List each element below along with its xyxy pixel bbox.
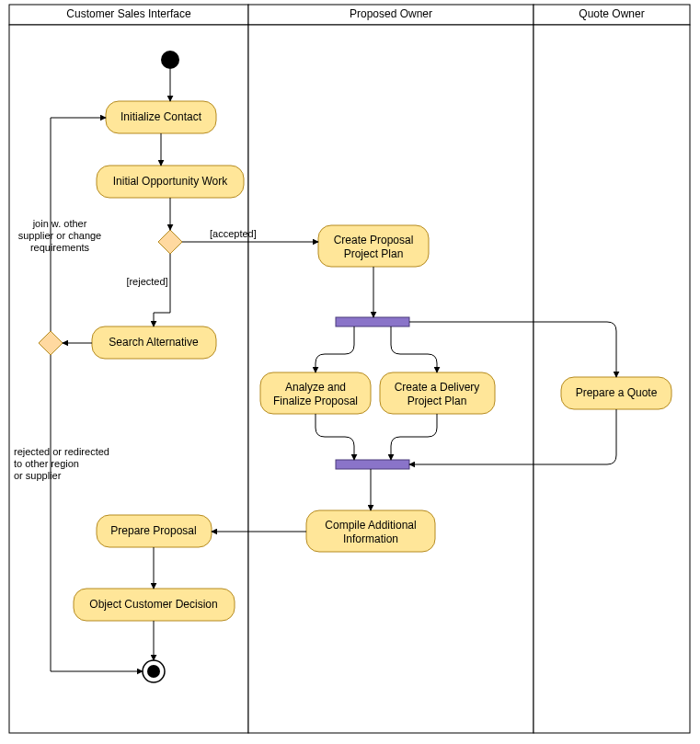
label-join-l3: requirements (30, 242, 90, 253)
svg-text:Search Alternative: Search Alternative (109, 336, 199, 349)
label-redirect-l3: or supplier (14, 470, 62, 481)
activity-analyze-finalize-proposal: Analyze and Finalize Proposal (260, 372, 371, 414)
svg-text:Prepare Proposal: Prepare Proposal (110, 524, 196, 537)
svg-text:Compile Additional: Compile Additional (325, 519, 416, 532)
lane-title-quote-owner: Quote Owner (579, 7, 644, 20)
svg-text:Analyze and: Analyze and (285, 381, 346, 394)
activity-object-customer-decision: Object Customer Decision (74, 589, 235, 621)
svg-text:Initialize Contact: Initialize Contact (120, 110, 202, 123)
fork-bar (336, 317, 409, 326)
label-redirect-l2: to other region (14, 458, 79, 469)
label-rejected: [rejected] (126, 276, 167, 287)
svg-text:Project Plan: Project Plan (407, 395, 467, 407)
svg-text:Prepare a Quote: Prepare a Quote (576, 386, 658, 399)
activity-create-delivery-plan: Create a Delivery Project Plan (380, 372, 495, 414)
svg-text:Create a Delivery: Create a Delivery (395, 381, 480, 394)
svg-text:Information: Information (343, 532, 398, 545)
activity-initialize-contact: Initialize Contact (106, 101, 216, 133)
activity-initial-opportunity-work: Initial Opportunity Work (97, 166, 244, 198)
activity-search-alternative: Search Alternative (92, 326, 216, 359)
join-bar (336, 460, 409, 469)
activity-diagram: Customer Sales Interface Proposed Owner … (0, 0, 700, 744)
svg-text:Object Customer Decision: Object Customer Decision (89, 598, 217, 611)
label-join-l1: join w. other (32, 218, 87, 229)
label-accepted: [accepted] (210, 228, 257, 239)
activity-prepare-proposal: Prepare Proposal (97, 515, 212, 547)
activity-prepare-quote: Prepare a Quote (561, 377, 671, 409)
svg-point-27 (147, 665, 160, 678)
initial-node (161, 51, 179, 69)
activity-create-proposal-plan: Create Proposal Project Plan (318, 225, 429, 267)
final-node (143, 660, 165, 682)
svg-text:Create Proposal: Create Proposal (334, 234, 414, 246)
label-join-l2: supplier or change (18, 230, 102, 241)
activity-compile-additional-info: Compile Additional Information (306, 510, 435, 552)
svg-text:Project Plan: Project Plan (344, 247, 404, 260)
svg-text:Initial Opportunity Work: Initial Opportunity Work (113, 175, 228, 188)
label-redirect-l1: rejected or redirected (14, 446, 109, 457)
lane-title-proposed-owner: Proposed Owner (350, 7, 432, 20)
svg-text:Finalize Proposal: Finalize Proposal (273, 395, 358, 407)
lane-title-customer-sales: Customer Sales Interface (66, 7, 191, 20)
